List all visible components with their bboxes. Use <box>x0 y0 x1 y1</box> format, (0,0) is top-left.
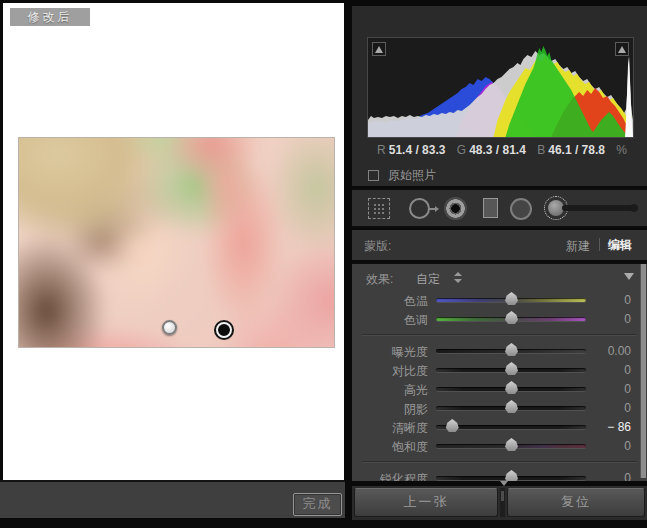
slider-group-divider <box>362 334 637 336</box>
slider-value: 0 <box>579 401 631 415</box>
photo-preview <box>18 137 335 348</box>
histogram-section: R51.4 / 83.3 G48.3 / 81.4 B46.1 / 78.8 %… <box>352 6 647 186</box>
adjustment-brush-tool-icon[interactable] <box>546 196 642 222</box>
footer-divider <box>500 488 505 517</box>
slider-label: 阴影 <box>352 401 428 418</box>
slider-row: 阴影 0 <box>352 398 647 417</box>
original-photo-label: 原始照片 <box>388 167 436 184</box>
effects-panel: 效果: 自定 色温 0 色调 0 曝光度 0.00 对比度 0 高光 0 阴影 … <box>352 262 647 481</box>
slider-value: 0 <box>579 439 631 453</box>
mask-row: 蒙版: 新建 编辑 <box>352 230 647 260</box>
panel-scrollbar[interactable] <box>640 264 646 478</box>
preset-spinner-icon[interactable] <box>454 272 462 283</box>
previous-button[interactable]: 上一张 <box>354 488 498 517</box>
slider-list: 色温 0 色调 0 曝光度 0.00 对比度 0 高光 0 阴影 0 清晰度 −… <box>352 290 647 481</box>
slider-row: 曝光度 0.00 <box>352 341 647 360</box>
shadow-clipping-indicator[interactable] <box>372 42 386 56</box>
g-label: G <box>457 143 466 157</box>
panel-collapse-icon[interactable] <box>624 273 634 280</box>
triangle-icon <box>618 46 626 53</box>
original-photo-checkbox[interactable] <box>368 170 379 181</box>
slider-row: 清晰度 − 86 <box>352 417 647 436</box>
done-button[interactable]: 完成 <box>293 493 342 516</box>
slider-value: 0 <box>579 293 631 307</box>
slider-row: 饱和度 0 <box>352 436 647 455</box>
photo-image <box>18 137 335 348</box>
slider-knob[interactable] <box>505 381 518 394</box>
effects-label: 效果: <box>366 271 393 288</box>
caret-down-icon <box>454 279 462 283</box>
original-photo-row: 原始照片 <box>368 165 436 185</box>
slider-row: 高光 0 <box>352 379 647 398</box>
mask-label: 蒙版: <box>364 238 391 255</box>
red-eye-tool-icon[interactable] <box>444 197 467 220</box>
slider-value: 0 <box>579 363 631 377</box>
r-label: R <box>377 143 386 157</box>
slider-label: 饱和度 <box>352 439 428 456</box>
slider-track[interactable] <box>436 425 586 429</box>
slider-value: 0.00 <box>579 344 631 358</box>
slider-row: 对比度 0 <box>352 360 647 379</box>
crop-grid-icon <box>372 202 386 215</box>
spot-arrow-icon <box>429 208 435 210</box>
slider-row: 锐化程度 0 <box>352 468 647 481</box>
highlight-clipping-indicator[interactable] <box>615 42 629 56</box>
rgb-readout: R51.4 / 83.3 G48.3 / 81.4 B46.1 / 78.8 % <box>352 143 647 161</box>
caret-up-icon <box>454 272 462 276</box>
slider-label: 清晰度 <box>352 420 428 437</box>
slider-label: 对比度 <box>352 363 428 380</box>
b-label: B <box>537 143 545 157</box>
after-badge: 修改后 <box>10 8 90 26</box>
slider-row: 色温 0 <box>352 290 647 309</box>
preview-canvas: 修改后 <box>3 3 344 480</box>
slider-knob[interactable] <box>505 343 518 356</box>
panel-footer: 上一张 复位 <box>352 486 647 520</box>
brush-handle-icon <box>562 205 636 211</box>
footer-divider-thumb <box>501 491 504 501</box>
slider-knob[interactable] <box>505 292 518 305</box>
slider-label: 高光 <box>352 382 428 399</box>
mask-separator <box>599 238 600 251</box>
reset-button[interactable]: 复位 <box>507 488 645 517</box>
slider-knob[interactable] <box>505 470 518 481</box>
brush-pin-inactive[interactable] <box>162 320 177 335</box>
slider-value: 0 <box>579 312 631 326</box>
spot-removal-tool-icon[interactable] <box>409 198 430 219</box>
slider-knob[interactable] <box>505 311 518 324</box>
slider-knob[interactable] <box>505 362 518 375</box>
slider-knob[interactable] <box>446 419 459 432</box>
histogram-plot[interactable] <box>367 37 634 138</box>
slider-group-divider <box>362 461 637 463</box>
brush-pin-active[interactable] <box>216 322 232 338</box>
crop-tool-icon[interactable] <box>368 198 390 219</box>
preview-toolbar: 完成 <box>0 480 345 518</box>
mask-new-button[interactable]: 新建 <box>566 238 590 255</box>
preset-dropdown[interactable]: 自定 <box>416 271 440 288</box>
mask-edit-button[interactable]: 编辑 <box>608 237 632 254</box>
tool-strip <box>352 188 647 228</box>
histogram-graph <box>368 40 633 137</box>
slider-value: 0 <box>579 471 631 481</box>
slider-value: − 86 <box>579 420 631 434</box>
g-value: 48.3 / 81.4 <box>469 143 526 157</box>
slider-knob[interactable] <box>505 400 518 413</box>
slider-value: 0 <box>579 382 631 396</box>
r-value: 51.4 / 83.3 <box>389 143 446 157</box>
graduated-filter-tool-icon[interactable] <box>483 198 498 218</box>
percent-label: % <box>616 143 627 157</box>
slider-knob[interactable] <box>505 438 518 451</box>
slider-label: 色调 <box>352 312 428 329</box>
effects-header: 效果: 自定 <box>352 264 647 290</box>
slider-row: 色调 0 <box>352 309 647 328</box>
slider-label: 锐化程度 <box>352 471 428 481</box>
develop-panel: R51.4 / 83.3 G48.3 / 81.4 B46.1 / 78.8 %… <box>352 0 647 528</box>
radial-filter-tool-icon[interactable] <box>510 198 532 220</box>
slider-label: 曝光度 <box>352 344 428 361</box>
slider-label: 色温 <box>352 293 428 310</box>
triangle-icon <box>375 46 383 53</box>
b-value: 46.1 / 78.8 <box>548 143 605 157</box>
